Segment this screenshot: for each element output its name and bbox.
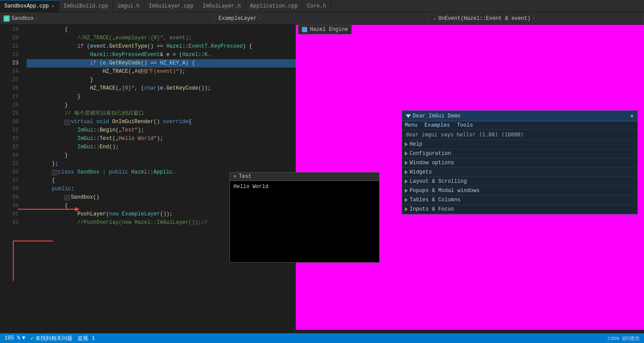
hello-world-text: Hello World bbox=[233, 184, 268, 190]
demo-section-layout[interactable]: Layout & Scrolling bbox=[402, 177, 637, 186]
breadcrumb-examplelayer-label: ExampleLayer bbox=[218, 15, 256, 22]
demo-menu-tools[interactable]: Tools bbox=[457, 122, 473, 128]
status-bar: 105 % ▼ ✔ 未找到相关问题 监视 1 CSDN @刘建杰 bbox=[0, 333, 644, 343]
demo-section-window-options-label: Window options bbox=[410, 160, 454, 166]
status-watermark: CSDN @刘建杰 bbox=[607, 335, 640, 342]
line-num-31: 31 bbox=[0, 126, 19, 135]
demo-section-layout-label: Layout & Scrolling bbox=[410, 178, 467, 185]
demo-section-window-options[interactable]: Window options bbox=[402, 158, 637, 168]
test-popup-window[interactable]: ▼ Test Hello World bbox=[230, 172, 380, 263]
code-line-28: } bbox=[26, 101, 296, 109]
tab-application-cpp[interactable]: Application.cpp bbox=[245, 0, 302, 12]
breadcrumb-arrow3: ▾ bbox=[532, 16, 535, 21]
code-line-34: } bbox=[26, 151, 296, 160]
test-popup-titlebar[interactable]: ▼ Test bbox=[230, 173, 379, 181]
zoom-control[interactable]: 105 % ▼ bbox=[4, 335, 25, 341]
code-line-23: if (e.GetKeyCode() == HZ_KEY_A) { bbox=[26, 59, 296, 68]
section-arrow-layout bbox=[405, 179, 408, 184]
demo-section-help-label: Help bbox=[410, 141, 422, 147]
watermark-text: CSDN @刘建杰 bbox=[607, 336, 640, 341]
view-label: 监视 1 bbox=[78, 335, 94, 342]
zoom-dropdown-icon[interactable]: ▼ bbox=[22, 335, 25, 341]
imgui-demo-info-text: dear imgui says hello! (1.88) (18800) bbox=[406, 132, 523, 138]
demo-section-tables[interactable]: Tables & Columns bbox=[402, 196, 637, 205]
section-arrow-window-options bbox=[405, 161, 408, 165]
demo-section-inputs[interactable]: Inputs & Focus bbox=[402, 205, 637, 214]
imgui-demo-window[interactable]: Dear ImGui Demo ✕ Menu Examples Tools de… bbox=[402, 110, 638, 215]
demo-menu-examples[interactable]: Examples bbox=[425, 122, 450, 128]
tab-imguilayer-cpp[interactable]: ImGuiLayer.cpp bbox=[144, 0, 198, 12]
tab-imguibuild[interactable]: ImGuiBuild.cpp bbox=[59, 0, 113, 12]
tab-label: imgui.h bbox=[117, 3, 139, 9]
tab-imguilayer-h[interactable]: ImGuiLayer.h bbox=[198, 0, 245, 12]
hazel-engine-title: Hazel Engine bbox=[310, 26, 348, 33]
breadcrumb-sandbox-label: Sandbox bbox=[11, 15, 34, 22]
imgui-demo-titlebar[interactable]: Dear ImGui Demo ✕ bbox=[402, 111, 637, 121]
status-left: 105 % ▼ ✔ 未找到相关问题 监视 1 bbox=[4, 335, 95, 342]
code-line-25: } bbox=[26, 76, 296, 84]
collapse-btn-30[interactable]: - bbox=[64, 120, 70, 125]
demo-close-button[interactable]: ✕ bbox=[630, 112, 634, 120]
collapse-btn-39[interactable]: - bbox=[64, 195, 70, 200]
line-num-24: 24 bbox=[0, 68, 19, 76]
demo-section-help[interactable]: Help bbox=[402, 140, 637, 149]
line-num-29: 29 bbox=[0, 109, 19, 118]
function-icon: ⬦ bbox=[433, 16, 437, 21]
demo-section-inputs-label: Inputs & Focus bbox=[410, 206, 454, 212]
code-line-20: //HZ_TRACE(„examplayer:{0}“, event); bbox=[26, 34, 296, 42]
breadcrumb-arrow2: ▾ bbox=[258, 16, 261, 21]
line-num-37: 37 bbox=[0, 177, 19, 185]
breadcrumb-onevent[interactable]: ⬦ OnEvent(Hazel::Event & event) ▾ bbox=[430, 12, 644, 24]
tab-bar: SandboxApp.cpp ✕ ImGuiBuild.cpp imgui.h … bbox=[0, 0, 644, 12]
demo-section-widgets[interactable]: Widgets bbox=[402, 168, 637, 177]
code-line-22: Hazel::KeyPressedEvent& e = (Hazel::K… bbox=[26, 51, 296, 59]
line-num-26: 26 bbox=[0, 84, 19, 93]
demo-section-popups-label: Popups & Modal windows bbox=[410, 188, 479, 194]
section-arrow-inputs bbox=[405, 207, 408, 211]
tab-label: ImGuiLayer.h bbox=[203, 3, 241, 9]
tab-label: Core.h bbox=[307, 3, 326, 9]
tab-imgui-h[interactable]: imgui.h bbox=[113, 0, 144, 12]
code-line-30: -virtual void OnImGuiRender() override{ bbox=[26, 118, 296, 126]
section-arrow-popups bbox=[405, 188, 408, 193]
line-num-41: 41 bbox=[0, 210, 19, 219]
tab-sandboxapp[interactable]: SandboxApp.cpp ✕ bbox=[0, 0, 59, 12]
line-num-28: 28 bbox=[0, 101, 19, 109]
tab-core-h[interactable]: Core.h bbox=[302, 0, 331, 12]
test-popup-title-label: Test bbox=[239, 173, 252, 180]
demo-menu-menu[interactable]: Menu bbox=[405, 122, 418, 128]
status-view: 监视 1 bbox=[78, 335, 94, 342]
demo-triangle-icon bbox=[406, 114, 411, 118]
line-num-42: 42 bbox=[0, 219, 19, 227]
line-num-27: 27 bbox=[0, 93, 19, 101]
tab-close-sandboxapp[interactable]: ✕ bbox=[52, 4, 54, 9]
line-num-25: 25 bbox=[0, 76, 19, 84]
line-num-38: 38 bbox=[0, 185, 19, 193]
line-num-32: 32 bbox=[0, 135, 19, 143]
line-num-36: 36 bbox=[0, 168, 19, 177]
breadcrumb-arrow1: ▾ bbox=[35, 16, 38, 21]
tab-label: ImGuiLayer.cpp bbox=[149, 3, 193, 9]
status-text: 未找到相关问题 bbox=[35, 335, 72, 342]
line-num-33: 33 bbox=[0, 143, 19, 151]
demo-section-configuration[interactable]: Configuration bbox=[402, 149, 637, 158]
line-num-22: 22 bbox=[0, 51, 19, 59]
zoom-level: 105 % bbox=[4, 335, 20, 341]
breadcrumb-sandbox[interactable]: S Sandbox ▾ bbox=[0, 12, 214, 24]
code-line-27: } bbox=[26, 93, 296, 101]
line-num-35: 35 bbox=[0, 160, 19, 168]
demo-section-popups[interactable]: Popups & Modal windows bbox=[402, 186, 637, 196]
line-num-20: 20 bbox=[0, 34, 19, 42]
code-line-19: { bbox=[26, 26, 296, 34]
line-numbers: 19 20 21 22 23 24 25 26 27 28 29 30 31 3… bbox=[0, 25, 22, 330]
breadcrumb-bar: S Sandbox ▾ ExampleLayer ▾ ⬦ OnEvent(Haz… bbox=[0, 12, 644, 25]
code-line-32: ImGui::Text(„Hello World“); bbox=[26, 135, 296, 143]
check-icon: ✔ bbox=[30, 335, 34, 342]
popup-collapse-arrow[interactable]: ▼ bbox=[233, 174, 236, 179]
breadcrumb-examplelayer[interactable]: ExampleLayer ▾ bbox=[215, 12, 429, 24]
imgui-demo-title-label: Dear ImGui Demo bbox=[413, 113, 460, 119]
test-popup-content: Hello World bbox=[230, 181, 379, 192]
code-line-24: HZ_TRACE(„A键按下(event)“); bbox=[26, 68, 296, 76]
line-num-21: 21 bbox=[0, 42, 19, 51]
collapse-btn-36[interactable]: - bbox=[52, 170, 57, 175]
